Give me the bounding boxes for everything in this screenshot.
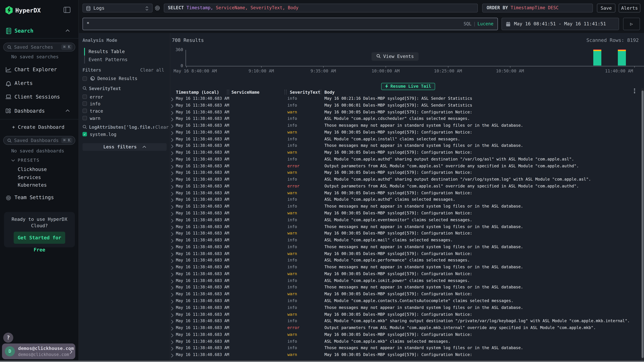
expand-row-icon[interactable] <box>171 273 174 277</box>
denoise-results-option[interactable]: Denoise Results <box>79 75 170 82</box>
sidebar-item-team-settings[interactable]: Team Settings <box>0 194 79 205</box>
table-row[interactable]: May 16 11:38:40.683 AM info May 16 00:21… <box>170 95 641 102</box>
expand-row-icon[interactable] <box>171 279 174 284</box>
expand-row-icon[interactable] <box>171 333 174 337</box>
expand-row-icon[interactable] <box>171 145 174 149</box>
expand-row-icon[interactable] <box>171 205 174 209</box>
table-row[interactable]: May 16 11:38:40.683 AM info Those messag… <box>170 142 641 149</box>
save-button[interactable]: Save <box>597 3 616 12</box>
denoise-checkbox[interactable] <box>82 76 87 81</box>
expand-row-icon[interactable] <box>171 124 174 128</box>
expand-row-icon[interactable] <box>171 226 174 230</box>
filter-option-systemlog[interactable]: ✓ system.log <box>79 131 170 138</box>
expand-row-icon[interactable] <box>171 313 174 317</box>
table-row[interactable]: May 16 11:38:40.683 AM warn May 16 00:30… <box>170 352 641 358</box>
get-started-button[interactable]: Get Started for Free <box>14 232 65 244</box>
checkbox[interactable] <box>82 94 87 99</box>
column-resize-handle[interactable] <box>227 90 229 94</box>
horizontal-scrollbar-track[interactable] <box>0 361 644 362</box>
checkbox[interactable] <box>82 101 87 106</box>
table-row[interactable]: May 16 11:38:40.683 AM info ASL Module "… <box>170 217 641 223</box>
table-row[interactable]: May 16 11:38:40.683 AM info ASL Module "… <box>170 176 641 183</box>
filter-option[interactable]: error <box>79 94 170 100</box>
search-input[interactable]: * SQL|Lucene <box>82 18 498 30</box>
clear-filter-link[interactable]: Clear <box>155 125 169 130</box>
expand-row-icon[interactable] <box>171 104 174 108</box>
column-resize-handle[interactable] <box>284 90 286 94</box>
table-row[interactable]: May 16 11:38:40.683 AM info May 16 00:06… <box>170 102 641 109</box>
expand-row-icon[interactable] <box>171 266 174 270</box>
expand-row-icon[interactable] <box>171 253 174 257</box>
view-events-button[interactable]: View Events <box>372 52 419 61</box>
resume-live-tail-button[interactable]: Resume Live Tail <box>381 83 435 90</box>
filter-option[interactable]: warn <box>79 115 170 122</box>
expand-row-icon[interactable] <box>171 138 174 142</box>
sidebar-item-chart-explorer[interactable]: Chart Explorer <box>0 66 79 77</box>
language-toggle[interactable]: SQL|Lucene <box>464 18 494 30</box>
sidebar-item-dashboards[interactable]: Dashboards <box>0 107 79 118</box>
table-row[interactable]: May 16 11:38:40.683 AM warn May 16 00:30… <box>170 250 641 257</box>
preset-dashboard-link[interactable]: Kubernetes <box>18 182 47 188</box>
expand-row-icon[interactable] <box>171 111 174 115</box>
expand-row-icon[interactable] <box>171 246 174 250</box>
vertical-scrollbar-thumb[interactable] <box>642 90 644 358</box>
table-row[interactable]: May 16 11:38:40.683 AM info Those messag… <box>170 122 641 129</box>
tab-results-table[interactable]: Results Table <box>88 49 125 54</box>
table-row[interactable]: May 16 11:38:40.683 AM info ASL Module "… <box>170 156 641 163</box>
expand-row-icon[interactable] <box>171 354 174 358</box>
table-row[interactable]: May 16 11:38:40.683 AM warn May 16 00:30… <box>170 109 641 116</box>
table-row[interactable]: May 16 11:38:40.683 AM warn May 16 00:30… <box>170 210 641 217</box>
expand-row-icon[interactable] <box>171 165 174 169</box>
expand-row-icon[interactable] <box>171 219 174 223</box>
preset-dashboard-link[interactable]: Clickhouse <box>18 167 47 172</box>
table-row[interactable]: May 16 11:38:40.683 AM error Output para… <box>170 163 641 169</box>
checkbox[interactable] <box>82 108 87 113</box>
expand-row-icon[interactable] <box>171 306 174 310</box>
table-row[interactable]: May 16 11:38:40.683 AM info ASL Module "… <box>170 318 641 325</box>
table-row[interactable]: May 16 11:38:40.683 AM warn May 16 00:30… <box>170 230 641 237</box>
table-row[interactable]: May 16 11:38:40.683 AM info ASL Module "… <box>170 116 641 122</box>
column-resize-handle[interactable] <box>319 90 321 94</box>
table-row[interactable]: May 16 11:38:40.683 AM info ASL Module "… <box>170 237 641 244</box>
presets-toggle[interactable]: PRESETS <box>0 157 79 164</box>
expand-row-icon[interactable] <box>171 158 174 162</box>
table-row[interactable]: May 16 11:38:40.683 AM info Those messag… <box>170 264 641 271</box>
table-row[interactable]: May 16 11:38:40.683 AM warn May 16 00:30… <box>170 169 641 176</box>
order-by-input[interactable]: ORDER BY TimestampTime DESC <box>482 3 593 12</box>
create-dashboard-button[interactable]: + Create Dashboard <box>12 124 64 130</box>
table-row[interactable]: May 16 11:38:40.683 AM warn May 16 00:30… <box>170 271 641 277</box>
filter-option[interactable]: trace <box>79 108 170 114</box>
table-row[interactable]: May 16 11:38:40.683 AM info ASL Module "… <box>170 257 641 264</box>
table-row[interactable]: May 16 11:38:40.683 AM info ASL Module "… <box>170 298 641 304</box>
expand-row-icon[interactable] <box>171 185 174 189</box>
expand-row-icon[interactable] <box>171 151 174 155</box>
collapse-sidebar-icon[interactable] <box>64 7 70 13</box>
language-sql[interactable]: SQL <box>464 21 472 26</box>
table-row[interactable]: May 16 11:38:40.683 AM warn May 16 00:30… <box>170 190 641 196</box>
expand-row-icon[interactable] <box>171 131 174 135</box>
table-row[interactable]: May 16 11:38:40.683 AM info Those messag… <box>170 345 641 352</box>
expand-row-icon[interactable] <box>171 97 174 101</box>
expand-row-icon[interactable] <box>171 171 174 175</box>
sidebar-item-search[interactable]: Search <box>0 24 79 38</box>
table-row[interactable]: May 16 11:38:40.683 AM info Those messag… <box>170 203 641 210</box>
expand-row-icon[interactable] <box>171 212 174 216</box>
table-row[interactable]: May 16 11:38:40.683 AM warn May 16 00:30… <box>170 311 641 318</box>
preset-dashboard-link[interactable]: Services <box>18 174 41 180</box>
table-row[interactable]: May 16 11:38:40.683 AM info Those messag… <box>170 304 641 311</box>
checkbox[interactable] <box>82 116 87 120</box>
table-row[interactable]: May 16 11:38:40.683 AM error Output para… <box>170 325 641 331</box>
live-tail-play-button[interactable]: ▷ <box>623 18 640 30</box>
table-row[interactable]: May 16 11:38:40.683 AM info ASL Module "… <box>170 338 641 345</box>
expand-row-icon[interactable] <box>171 198 174 202</box>
help-button[interactable]: ? <box>3 333 13 343</box>
saved-dashboards-input[interactable]: Saved Dashboards ⌘ K <box>3 136 75 145</box>
sidebar-item-client-sessions[interactable]: Client Sessions <box>0 93 79 104</box>
checkbox-checked[interactable]: ✓ <box>82 132 87 136</box>
expand-row-icon[interactable] <box>171 300 174 304</box>
expand-row-icon[interactable] <box>171 293 174 297</box>
clear-all-link[interactable]: Clear all <box>140 67 164 73</box>
expand-row-icon[interactable] <box>171 239 174 243</box>
filter-option[interactable]: info <box>79 100 170 107</box>
user-menu[interactable]: D demos@clickhouse.com demos@clickhouse.… <box>2 344 75 359</box>
